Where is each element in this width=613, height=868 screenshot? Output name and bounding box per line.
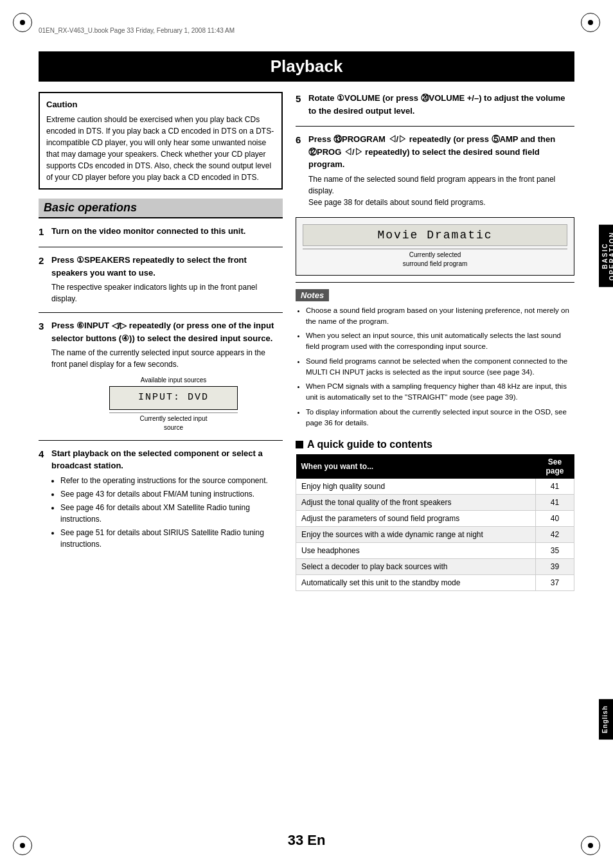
basic-operation-tab: BASICOPERATION: [599, 225, 613, 287]
step-3-body: The name of the currently selected input…: [51, 347, 283, 432]
step-3-desc: The name of the currently selected input…: [51, 347, 283, 370]
step-3-header: 3 Press ⑥INPUT ◁/▷ repeatedly (or press …: [39, 319, 283, 344]
table-row: Enjoy high quality sound 41: [296, 479, 574, 495]
movie-display-wrapper: Movie Dramatic Currently selectedsurroun…: [296, 217, 574, 276]
note-1: Choose a sound field program based on yo…: [306, 305, 574, 328]
quick-row-7-page: 37: [536, 575, 574, 591]
note-3: Sound field programs cannot be selected …: [306, 356, 574, 378]
quick-row-6-when: Select a decoder to play back sources wi…: [296, 559, 536, 575]
step-4-bullet-1: Refer to the operating instructions for …: [60, 475, 283, 486]
table-row: Select a decoder to play back sources wi…: [296, 559, 574, 575]
quick-table-header-row: When you want to... Seepage: [296, 454, 574, 479]
step-4: 4 Start playback on the selected compone…: [39, 447, 283, 550]
quick-row-4-page: 42: [536, 527, 574, 543]
notes-title: Notes: [296, 289, 329, 301]
divider-2: [39, 312, 283, 313]
quick-guide-title: A quick guide to contents: [296, 439, 574, 450]
lcd-label-bottom-1: Currently selected inputsource: [109, 412, 238, 432]
divider-1: [39, 247, 283, 247]
step-2-num: 2: [39, 254, 48, 279]
step-5-title: Rotate ①VOLUME (or press ⑳VOLUME +/–) to…: [308, 92, 574, 117]
quick-row-3-page: 40: [536, 511, 574, 527]
step-3: 3 Press ⑥INPUT ◁/▷ repeatedly (or press …: [39, 319, 283, 432]
step-4-num: 4: [39, 447, 48, 472]
caution-title: Caution: [46, 98, 275, 111]
table-row: Enjoy the sources with a wide dynamic ra…: [296, 527, 574, 543]
step-5-header: 5 Rotate ①VOLUME (or press ⑳VOLUME +/–) …: [296, 92, 574, 117]
quick-guide-title-text: A quick guide to contents: [307, 439, 432, 450]
step-3-num: 3: [39, 319, 48, 344]
table-row: Adjust the parameters of sound field pro…: [296, 511, 574, 527]
quick-row-6-page: 39: [536, 559, 574, 575]
step-4-bullet-4: See page 51 for details about SIRIUS Sat…: [60, 527, 283, 550]
divider-4: [296, 126, 574, 127]
file-info: 01EN_RX-V463_U.book Page 33 Friday, Febr…: [39, 27, 235, 34]
step-6-title: Press ⑬PROGRAM ◁/▷ repeatedly (or press …: [308, 133, 574, 171]
step-1-num: 1: [39, 225, 48, 240]
step-6-header: 6 Press ⑬PROGRAM ◁/▷ repeatedly (or pres…: [296, 133, 574, 171]
step-5-num: 5: [296, 92, 305, 117]
step-2-body: The respective speaker indicators lights…: [51, 281, 283, 305]
lcd-display-wrapper-1: Available input sources INPUT: DVD Curre…: [64, 375, 283, 432]
quick-row-1-when: Enjoy high quality sound: [296, 479, 536, 495]
step-6: 6 Press ⑬PROGRAM ◁/▷ repeatedly (or pres…: [296, 133, 574, 208]
divider-3: [39, 440, 283, 441]
right-column: 5 Rotate ①VOLUME (or press ⑳VOLUME +/–) …: [296, 92, 574, 591]
step-1-title: Turn on the video monitor connected to t…: [51, 225, 245, 240]
main-content: Playback Caution Extreme caution should …: [39, 51, 574, 829]
quick-row-2-when: Adjust the tonal quality of the front sp…: [296, 495, 536, 511]
lcd-label-top-1: Available input sources: [64, 375, 283, 385]
note-2: When you select an input source, this un…: [306, 330, 574, 353]
step-2: 2 Press ①SPEAKERS repeatedly to select t…: [39, 254, 283, 305]
step-2-title: Press ①SPEAKERS repeatedly to select the…: [51, 254, 283, 279]
left-column: Caution Extreme caution should be exerci…: [39, 92, 283, 591]
section-header: Basic operations: [39, 199, 283, 218]
step-4-bullet-2: See page 43 for details about FM/AM tuni…: [60, 488, 283, 500]
caution-text: Extreme caution should be exercised when…: [46, 114, 275, 183]
step-5: 5 Rotate ①VOLUME (or press ⑳VOLUME +/–) …: [296, 92, 574, 117]
caution-box: Caution Extreme caution should be exerci…: [39, 92, 283, 190]
step-4-bullet-3: See page 46 for details about XM Satelli…: [60, 502, 283, 525]
step-2-header: 2 Press ①SPEAKERS repeatedly to select t…: [39, 254, 283, 279]
table-row: Use headphones 35: [296, 543, 574, 559]
quick-row-5-when: Use headphones: [296, 543, 536, 559]
step-4-bullets: Refer to the operating instructions for …: [60, 475, 283, 550]
notes-section: Notes Choose a sound field program based…: [296, 289, 574, 429]
page-number: 33 En: [288, 832, 326, 849]
notes-list: Choose a sound field program based on yo…: [306, 305, 574, 429]
note-4: When PCM signals with a sampling frequen…: [306, 381, 574, 403]
square-bullet-icon: [296, 441, 303, 448]
table-row: Automatically set this unit to the stand…: [296, 575, 574, 591]
quick-row-3-when: Adjust the parameters of sound field pro…: [296, 511, 536, 527]
corner-mark-tr: [581, 13, 600, 32]
note-5: To display information about the current…: [306, 407, 574, 429]
step-4-title: Start playback on the selected component…: [51, 447, 283, 472]
step-6-desc-1: The name of the selected sound field pro…: [308, 173, 574, 197]
quick-guide: A quick guide to contents When you want …: [296, 439, 574, 591]
two-column-layout: Caution Extreme caution should be exerci…: [39, 92, 574, 591]
quick-table-col-when: When you want to...: [296, 454, 536, 479]
table-row: Adjust the tonal quality of the front sp…: [296, 495, 574, 511]
quick-row-2-page: 41: [536, 495, 574, 511]
page-wrapper: 01EN_RX-V463_U.book Page 33 Friday, Febr…: [0, 0, 613, 868]
quick-row-7-when: Automatically set this unit to the stand…: [296, 575, 536, 591]
quick-row-5-page: 35: [536, 543, 574, 559]
step-6-desc-2: See page 38 for details about sound fiel…: [308, 197, 574, 208]
movie-lcd: Movie Dramatic: [303, 224, 567, 246]
corner-mark-tl: [13, 13, 32, 32]
page-title: Playback: [39, 51, 574, 82]
lcd-box-1: INPUT: DVD: [109, 386, 238, 410]
quick-table-body: Enjoy high quality sound 41 Adjust the t…: [296, 479, 574, 591]
step-6-body: The name of the selected sound field pro…: [308, 173, 574, 208]
quick-row-1-page: 41: [536, 479, 574, 495]
step-4-header: 4 Start playback on the selected compone…: [39, 447, 283, 472]
step-1: 1 Turn on the video monitor connected to…: [39, 225, 283, 240]
corner-mark-bl: [13, 836, 32, 855]
step-1-header: 1 Turn on the video monitor connected to…: [39, 225, 283, 240]
step-6-num: 6: [296, 133, 305, 171]
corner-mark-br: [581, 836, 600, 855]
english-tab: English: [599, 699, 613, 740]
step-3-title: Press ⑥INPUT ◁/▷ repeatedly (or press on…: [51, 319, 283, 344]
step-4-body: Refer to the operating instructions for …: [51, 475, 283, 550]
quick-table-col-see: Seepage: [536, 454, 574, 479]
